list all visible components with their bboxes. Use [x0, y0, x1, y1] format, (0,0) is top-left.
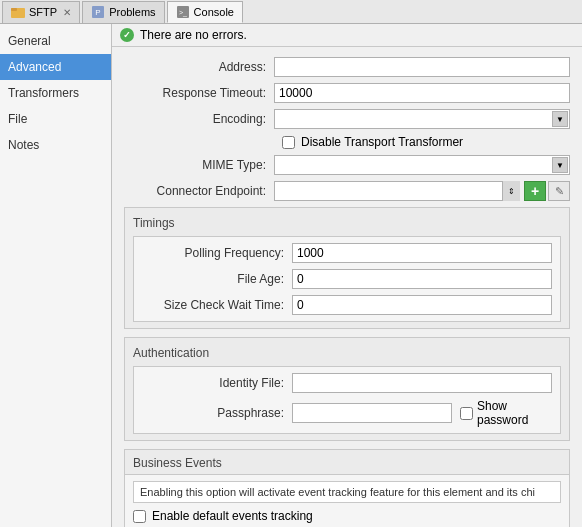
tab-console-label: Console [194, 6, 234, 18]
enable-events-checkbox[interactable] [133, 510, 146, 523]
folder-icon [11, 5, 25, 19]
disable-transport-row: Disable Transport Transformer [124, 135, 570, 149]
timings-title: Timings [133, 216, 561, 230]
disable-transport-label: Disable Transport Transformer [301, 135, 463, 149]
tab-close-icon[interactable]: ✕ [63, 7, 71, 18]
problems-icon: P [91, 5, 105, 19]
response-timeout-label: Response Timeout: [124, 86, 274, 100]
mime-type-select-wrapper: ▼ [274, 155, 570, 175]
svg-text:>_: >_ [179, 9, 187, 17]
identity-file-label: Identity File: [142, 376, 292, 390]
show-password-container: Show password [460, 399, 552, 427]
sidebar-label-notes: Notes [8, 138, 39, 152]
encoding-row: Encoding: ▼ [124, 109, 570, 129]
identity-file-input[interactable] [292, 373, 552, 393]
encoding-select-wrapper: ▼ [274, 109, 570, 129]
status-bar: ✓ There are no errors. [112, 24, 582, 47]
address-label: Address: [124, 60, 274, 74]
show-password-checkbox[interactable] [460, 407, 473, 420]
passphrase-label: Passphrase: [142, 406, 292, 420]
encoding-select[interactable] [274, 109, 570, 129]
svg-text:P: P [95, 8, 100, 17]
tab-bar: SFTP ✕ P Problems >_ Console [0, 0, 582, 24]
polling-frequency-input[interactable] [292, 243, 552, 263]
sidebar-label-general: General [8, 34, 51, 48]
connector-endpoint-select-wrapper: ⇕ [274, 181, 520, 201]
file-age-row: File Age: [142, 269, 552, 289]
connector-endpoint-row: Connector Endpoint: ⇕ + ✎ [124, 181, 570, 201]
file-age-label: File Age: [142, 272, 292, 286]
edit-connector-button[interactable]: ✎ [548, 181, 570, 201]
form-area: Address: Response Timeout: Encoding: ▼ [112, 47, 582, 527]
address-row: Address: [124, 57, 570, 77]
connector-endpoint-select[interactable] [274, 181, 520, 201]
tab-problems[interactable]: P Problems [82, 1, 164, 23]
size-check-row: Size Check Wait Time: [142, 295, 552, 315]
content-area: ✓ There are no errors. Address: Response… [112, 24, 582, 527]
passphrase-row: Passphrase: Show password [142, 399, 552, 427]
authentication-inner: Identity File: Passphrase: Show password [133, 366, 561, 434]
size-check-input[interactable] [292, 295, 552, 315]
timings-inner: Polling Frequency: File Age: Size Check … [133, 236, 561, 322]
identity-file-row: Identity File: [142, 373, 552, 393]
timings-section: Timings Polling Frequency: File Age: Siz… [124, 207, 570, 329]
mime-type-select[interactable] [274, 155, 570, 175]
response-timeout-input[interactable] [274, 83, 570, 103]
tab-sftp[interactable]: SFTP ✕ [2, 1, 80, 23]
sidebar-item-notes[interactable]: Notes [0, 132, 111, 158]
business-events-section: Business Events Enabling this option wil… [124, 449, 570, 527]
tab-problems-label: Problems [109, 6, 155, 18]
sidebar-label-transformers: Transformers [8, 86, 79, 100]
sidebar-label-file: File [8, 112, 27, 126]
main-layout: General Advanced Transformers File Notes… [0, 24, 582, 527]
sidebar: General Advanced Transformers File Notes [0, 24, 112, 527]
mime-type-row: MIME Type: ▼ [124, 155, 570, 175]
size-check-label: Size Check Wait Time: [142, 298, 292, 312]
polling-frequency-row: Polling Frequency: [142, 243, 552, 263]
sidebar-label-advanced: Advanced [8, 60, 61, 74]
connector-dropdown-arrow: ⇕ [502, 181, 520, 201]
connector-endpoint-label: Connector Endpoint: [124, 184, 274, 198]
tab-sftp-label: SFTP [29, 6, 57, 18]
edit-icon: ✎ [555, 185, 564, 198]
add-connector-button[interactable]: + [524, 181, 546, 201]
show-password-label: Show password [477, 399, 552, 427]
disable-transport-checkbox[interactable] [282, 136, 295, 149]
business-events-inner: Enabling this option will activate event… [125, 474, 569, 527]
address-input[interactable] [274, 57, 570, 77]
business-events-title: Business Events [125, 450, 569, 474]
polling-frequency-label: Polling Frequency: [142, 246, 292, 260]
tab-console[interactable]: >_ Console [167, 1, 243, 23]
sidebar-item-transformers[interactable]: Transformers [0, 80, 111, 106]
mime-type-label: MIME Type: [124, 158, 274, 172]
status-text: There are no errors. [140, 28, 247, 42]
status-icon: ✓ [120, 28, 134, 42]
enable-events-row: Enable default events tracking [133, 509, 561, 523]
encoding-label: Encoding: [124, 112, 274, 126]
file-age-input[interactable] [292, 269, 552, 289]
sidebar-item-file[interactable]: File [0, 106, 111, 132]
authentication-title: Authentication [133, 346, 561, 360]
sidebar-item-advanced[interactable]: Advanced [0, 54, 111, 80]
svg-rect-1 [11, 8, 17, 11]
console-icon: >_ [176, 5, 190, 19]
passphrase-input[interactable] [292, 403, 452, 423]
sidebar-item-general[interactable]: General [0, 28, 111, 54]
business-events-description: Enabling this option will activate event… [133, 481, 561, 503]
authentication-section: Authentication Identity File: Passphrase… [124, 337, 570, 441]
response-timeout-row: Response Timeout: [124, 83, 570, 103]
enable-events-label: Enable default events tracking [152, 509, 313, 523]
